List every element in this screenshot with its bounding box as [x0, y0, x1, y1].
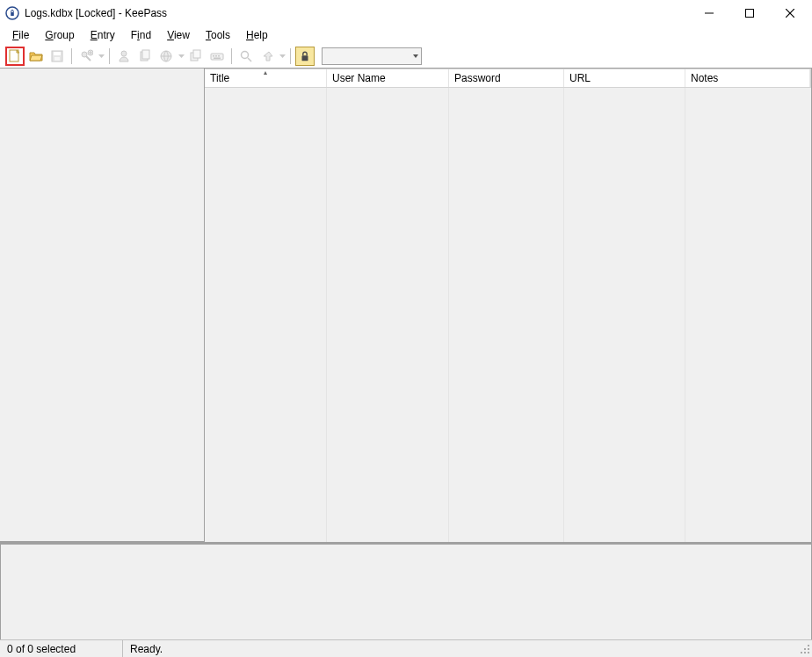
svg-rect-22	[214, 57, 221, 59]
svg-rect-9	[54, 57, 60, 61]
svg-point-30	[804, 652, 806, 653]
svg-rect-17	[193, 50, 200, 58]
add-entry-button[interactable]	[76, 47, 96, 66]
column-header-notes[interactable]: Notes	[685, 69, 810, 87]
quick-search-dropdown[interactable]	[412, 51, 419, 64]
column-header-password[interactable]: Password	[449, 69, 564, 87]
maximize-button[interactable]	[729, 0, 770, 26]
close-button[interactable]	[770, 0, 810, 26]
menu-help[interactable]: Help	[239, 28, 275, 42]
status-bar: 0 of 0 selected Ready.	[0, 639, 812, 657]
column-header-url-label: URL	[569, 72, 591, 84]
svg-rect-3	[746, 10, 754, 18]
show-entries-dropdown[interactable]	[279, 47, 286, 66]
menu-find[interactable]: Find	[124, 28, 158, 42]
main-area: Title ▴ User Name Password URL Notes	[0, 69, 812, 639]
menu-tools[interactable]: Tools	[199, 28, 237, 42]
svg-rect-8	[54, 52, 61, 55]
new-database-button[interactable]	[5, 47, 25, 66]
save-database-button[interactable]	[47, 47, 67, 66]
entry-list-panel: Title ▴ User Name Password URL Notes	[205, 69, 812, 542]
app-icon	[5, 6, 19, 20]
window-title: Logs.kdbx [Locked] - KeePass	[25, 7, 167, 19]
entry-list-header: Title ▴ User Name Password URL Notes	[205, 69, 811, 88]
column-header-title[interactable]: Title ▴	[205, 69, 327, 87]
status-selection: 0 of 0 selected	[0, 640, 123, 657]
column-header-username-label: User Name	[332, 72, 386, 84]
column-header-username[interactable]: User Name	[327, 69, 449, 87]
menu-view[interactable]: View	[160, 28, 197, 42]
copy-password-button[interactable]	[135, 47, 155, 66]
svg-rect-21	[218, 55, 220, 57]
svg-rect-1	[11, 12, 14, 16]
entry-detail-panel[interactable]	[0, 543, 812, 639]
column-header-password-label: Password	[454, 72, 501, 84]
menu-file[interactable]: File	[5, 28, 36, 42]
title-bar: Logs.kdbx [Locked] - KeePass	[0, 0, 812, 26]
svg-point-27	[808, 648, 809, 650]
find-button[interactable]	[236, 47, 256, 66]
auto-type-button[interactable]	[207, 47, 227, 66]
svg-point-23	[242, 51, 249, 58]
open-url-button[interactable]	[156, 47, 176, 66]
svg-rect-19	[213, 55, 214, 57]
svg-rect-14	[142, 50, 149, 59]
svg-line-24	[248, 58, 251, 61]
entry-list-body[interactable]	[205, 88, 811, 542]
resize-grip[interactable]	[798, 642, 812, 656]
column-header-url[interactable]: URL	[564, 69, 685, 87]
open-url-dropdown[interactable]	[178, 47, 185, 66]
minimize-button[interactable]	[689, 0, 729, 26]
quick-search-box[interactable]	[322, 47, 422, 65]
column-header-notes-label: Notes	[691, 72, 718, 84]
quick-search-input[interactable]	[323, 48, 421, 64]
menu-group[interactable]: Group	[38, 28, 81, 42]
lock-workspace-button[interactable]	[295, 47, 315, 66]
add-entry-dropdown[interactable]	[98, 47, 105, 66]
svg-point-29	[808, 652, 809, 653]
toolbar-separator	[71, 48, 72, 64]
toolbar	[0, 44, 812, 69]
toolbar-separator	[290, 48, 291, 64]
svg-point-31	[801, 652, 802, 653]
status-state: Ready.	[123, 640, 170, 657]
menu-entry[interactable]: Entry	[83, 28, 122, 42]
copy-username-button[interactable]	[114, 47, 134, 66]
svg-point-26	[808, 645, 809, 646]
svg-rect-20	[215, 55, 217, 57]
svg-point-12	[121, 51, 127, 56]
toolbar-separator	[109, 48, 110, 64]
group-tree-panel[interactable]	[0, 69, 205, 542]
open-database-button[interactable]	[26, 47, 46, 66]
copy-url-button[interactable]	[186, 47, 206, 66]
show-entries-button[interactable]	[257, 47, 277, 66]
svg-rect-25	[302, 55, 308, 61]
menu-bar: File Group Entry Find View Tools Help	[0, 26, 812, 44]
toolbar-separator	[231, 48, 232, 64]
sort-asc-icon: ▴	[264, 69, 267, 76]
svg-point-28	[804, 648, 806, 650]
column-header-title-label: Title	[210, 72, 229, 84]
